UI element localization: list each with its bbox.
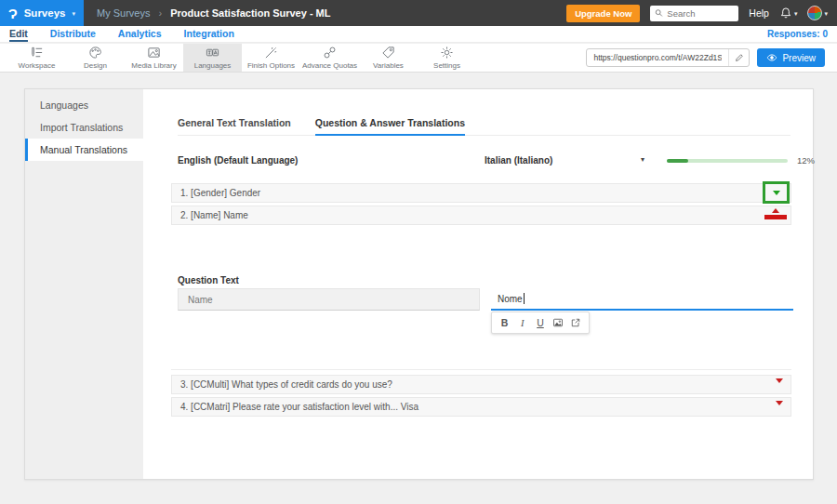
avatar	[807, 6, 822, 20]
external-link-icon	[570, 317, 581, 328]
sidebar-item-languages[interactable]: Languages	[25, 94, 143, 116]
notifications-menu[interactable]: ▾	[779, 7, 798, 20]
target-language-select[interactable]: Italian (Italiano)	[485, 155, 552, 166]
bold-button[interactable]: B	[498, 314, 512, 331]
preview-label: Preview	[782, 53, 816, 63]
nav-edit[interactable]: Edit	[9, 26, 28, 42]
text-cursor	[524, 293, 525, 304]
preview-button[interactable]: Preview	[757, 48, 825, 67]
image-icon	[147, 46, 161, 60]
highlight-box	[763, 181, 790, 204]
toolbar-settings[interactable]: Settings	[418, 44, 476, 72]
tag-icon	[381, 46, 395, 60]
edit-toolbar: Workspace Design Media Library Languages…	[0, 44, 837, 73]
survey-url-input[interactable]	[587, 53, 728, 62]
global-search[interactable]	[650, 6, 738, 21]
question-label: 4. [CCMatri] Please rate your satisfacti…	[180, 402, 418, 412]
toolbar-label: Settings	[433, 61, 460, 70]
survey-url-group	[586, 48, 750, 67]
nav-analytics[interactable]: Analytics	[118, 26, 162, 42]
chevron-down-icon[interactable]: ▾	[641, 155, 644, 164]
translate-icon	[206, 46, 219, 60]
toolbar-design[interactable]: Design	[66, 44, 125, 72]
question-label: 3. [CCMulti] What types of credit cards …	[180, 379, 392, 390]
translation-text-value: Nome	[498, 294, 523, 304]
nav-distribute[interactable]: Distribute	[50, 26, 96, 42]
source-language-label: English (Default Language)	[178, 155, 298, 166]
sidebar-item-label: Languages	[40, 99, 88, 111]
top-header: Ɂ Surveys ▾ My Surveys › Product Satisfa…	[0, 0, 837, 26]
source-text-value: Name	[188, 295, 213, 305]
search-icon	[655, 8, 663, 18]
expand-caret-icon[interactable]	[776, 405, 783, 416]
translation-text-field[interactable]: Nome	[491, 288, 793, 311]
toolbar-workspace[interactable]: Workspace	[7, 44, 66, 72]
insert-image-button[interactable]	[551, 314, 565, 331]
chain-icon	[323, 46, 337, 60]
bell-icon	[779, 7, 792, 20]
product-menu[interactable]: Ɂ Surveys ▾	[0, 0, 84, 26]
question-row-name[interactable]: 2. [Name] Name	[171, 206, 791, 225]
toolbar-label: Media Library	[131, 61, 176, 70]
tab-question-answer-translations[interactable]: Question & Answer Translations	[315, 117, 465, 136]
insert-link-button[interactable]	[568, 314, 583, 331]
help-link[interactable]: Help	[749, 7, 769, 19]
questionpro-logo-icon: Ɂ	[8, 7, 18, 20]
chevron-down-icon: ▾	[794, 10, 798, 17]
breadcrumb-my-surveys[interactable]: My Surveys	[97, 7, 150, 19]
sidebar-item-manual-translations[interactable]: Manual Translations	[25, 139, 143, 161]
source-text-field: Name	[178, 288, 480, 311]
toolbar-advance-quotas[interactable]: Advance Quotas	[300, 44, 359, 72]
underline-button[interactable]: U	[533, 314, 548, 331]
edit-url-button[interactable]	[728, 49, 749, 66]
question-row-ccmulti[interactable]: 3. [CCMulti] What types of credit cards …	[171, 375, 791, 394]
survey-title: Product Satisfaction Survey - ML	[170, 7, 330, 19]
chevron-down-icon: ▾	[72, 10, 75, 17]
question-editor: Question Text Name Nome B I U	[171, 225, 791, 370]
gear-icon	[440, 46, 454, 60]
translations-panel: Languages Import Translations Manual Tra…	[24, 88, 814, 480]
toolbar-label: Advance Quotas	[302, 61, 357, 70]
account-menu[interactable]: ▾	[807, 6, 828, 20]
chevron-down-icon: ▾	[824, 10, 828, 17]
product-menu-label: Surveys	[24, 7, 66, 19]
question-label: 1. [Gender] Gender	[180, 188, 260, 198]
breadcrumb-separator-icon: ›	[158, 7, 162, 19]
translation-progress-bar	[667, 159, 788, 163]
toolbar-label: Languages	[194, 61, 232, 70]
toolbar-variables[interactable]: Variables	[359, 44, 418, 72]
language-row: English (Default Language) Italian (Ital…	[178, 153, 791, 169]
format-toolbar: B I U	[491, 312, 590, 334]
sidebar-item-label: Manual Translations	[40, 144, 127, 155]
sidebar-item-import-translations[interactable]: Import Translations	[25, 116, 143, 139]
question-row-ccmatri[interactable]: 4. [CCMatri] Please rate your satisfacti…	[171, 397, 791, 417]
toolbar-languages[interactable]: Languages	[183, 44, 242, 72]
upgrade-now-button[interactable]: Upgrade Now	[566, 5, 640, 22]
question-label: 2. [Name] Name	[180, 210, 248, 220]
translation-progress-percent: 12%	[797, 155, 815, 166]
italic-button[interactable]: I	[515, 314, 530, 331]
sidebar-item-label: Import Translations	[40, 122, 123, 133]
workspace-icon	[30, 46, 44, 60]
translations-sidebar: Languages Import Translations Manual Tra…	[25, 89, 143, 479]
collapse-control[interactable]	[764, 208, 787, 219]
main-nav: Edit Distribute Analytics Integration Re…	[0, 26, 837, 43]
question-row-gender[interactable]: 1. [Gender] Gender	[171, 183, 791, 203]
pencil-icon	[735, 53, 744, 62]
expand-caret-icon[interactable]	[776, 383, 783, 393]
toolbar-label: Variables	[373, 61, 404, 70]
toolbar-label: Finish Options	[247, 61, 295, 70]
translation-tabs: General Text Translation Question & Answ…	[178, 117, 790, 136]
toolbar-media-library[interactable]: Media Library	[125, 44, 183, 72]
translations-main: General Text Translation Question & Answ…	[143, 89, 813, 479]
nav-integration[interactable]: Integration	[184, 26, 234, 42]
responses-count[interactable]: Responses: 0	[767, 26, 828, 42]
eye-icon	[766, 52, 777, 63]
tab-general-text-translation[interactable]: General Text Translation	[178, 117, 291, 136]
breadcrumb: My Surveys › Product Satisfaction Survey…	[97, 7, 331, 19]
collapse-caret-icon	[772, 208, 779, 213]
search-input[interactable]	[667, 8, 734, 19]
wand-icon	[264, 46, 278, 60]
expand-caret-icon[interactable]	[773, 191, 780, 195]
toolbar-finish-options[interactable]: Finish Options	[242, 44, 300, 72]
